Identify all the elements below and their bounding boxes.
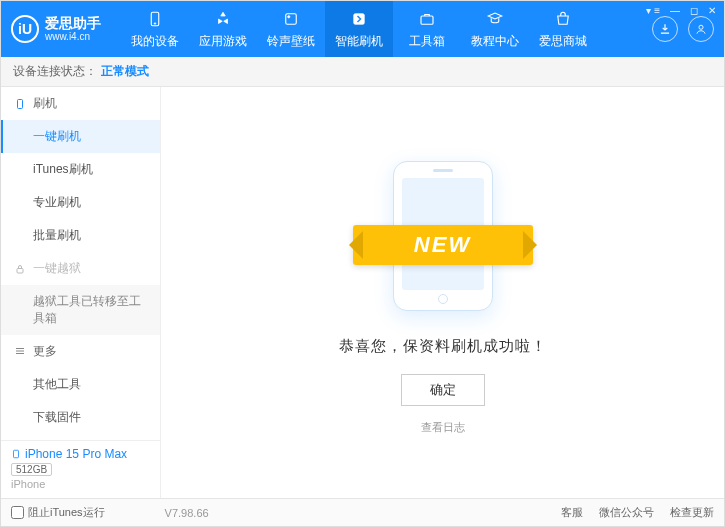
version-label: V7.98.66 — [165, 507, 209, 519]
sidebar-item-onekey-flash[interactable]: 一键刷机 — [1, 120, 160, 153]
toolbox-icon — [417, 9, 437, 29]
top-nav: 我的设备 应用游戏 铃声壁纸 智能刷机 工具箱 教程中心 — [121, 1, 597, 57]
svg-rect-4 — [354, 13, 365, 24]
sidebar-item-other-tools[interactable]: 其他工具 — [1, 368, 160, 401]
window-controls: ▾ ≡ — ◻ ✕ — [646, 5, 716, 16]
maximize-icon[interactable]: ◻ — [690, 5, 698, 16]
tutorial-icon — [485, 9, 505, 29]
svg-point-3 — [288, 15, 290, 17]
footer-link-wechat[interactable]: 微信公众号 — [599, 505, 654, 520]
footer-links: 客服 微信公众号 检查更新 — [561, 505, 714, 520]
svg-point-1 — [154, 22, 156, 24]
nav-toolbox[interactable]: 工具箱 — [393, 1, 461, 57]
success-illustration: NEW — [343, 151, 543, 321]
sidebar-item-download-firmware[interactable]: 下载固件 — [1, 401, 160, 434]
svg-rect-9 — [14, 450, 19, 458]
device-block[interactable]: iPhone 15 Pro Max 512GB iPhone — [1, 440, 160, 498]
nav-ringtone-wallpaper[interactable]: 铃声壁纸 — [257, 1, 325, 57]
ringtone-icon — [281, 9, 301, 29]
phone-icon — [11, 447, 21, 461]
sidebar-group-flash[interactable]: 刷机 — [1, 87, 160, 120]
svg-point-6 — [699, 25, 703, 29]
checkbox-block-itunes[interactable]: 阻止iTunes运行 — [11, 505, 105, 520]
device-storage: 512GB — [11, 463, 52, 476]
svg-rect-2 — [286, 13, 297, 24]
nav-my-device[interactable]: 我的设备 — [121, 1, 189, 57]
view-log-link[interactable]: 查看日志 — [421, 420, 465, 435]
sidebar-group-more[interactable]: 更多 — [1, 335, 160, 368]
download-button[interactable] — [652, 16, 678, 42]
store-icon — [553, 9, 573, 29]
sidebar-item-batch-flash[interactable]: 批量刷机 — [1, 219, 160, 252]
sidebar-item-pro-flash[interactable]: 专业刷机 — [1, 186, 160, 219]
flash-group-icon — [13, 97, 27, 111]
svg-rect-7 — [18, 99, 23, 108]
menu-icon[interactable]: ▾ ≡ — [646, 5, 660, 16]
nav-apps-games[interactable]: 应用游戏 — [189, 1, 257, 57]
user-button[interactable] — [688, 16, 714, 42]
status-mode: 正常模式 — [101, 63, 149, 80]
checkbox-block-itunes-input[interactable] — [11, 506, 24, 519]
sidebar-jailbreak-note: 越狱工具已转移至工具箱 — [1, 285, 160, 335]
header: ▾ ≡ — ◻ ✕ iU 爱思助手 www.i4.cn 我的设备 应用游戏 铃声 — [1, 1, 724, 57]
app-url: www.i4.cn — [45, 31, 101, 43]
apps-icon — [213, 9, 233, 29]
status-bar: 设备连接状态： 正常模式 — [1, 57, 724, 87]
main-content: NEW 恭喜您，保资料刷机成功啦！ 确定 查看日志 — [161, 87, 724, 498]
minimize-icon[interactable]: — — [670, 5, 680, 16]
nav-tutorials[interactable]: 教程中心 — [461, 1, 529, 57]
footer: 阻止iTunes运行 V7.98.66 客服 微信公众号 检查更新 — [1, 498, 724, 526]
new-ribbon: NEW — [353, 225, 533, 265]
nav-smart-flash[interactable]: 智能刷机 — [325, 1, 393, 57]
device-type: iPhone — [11, 478, 150, 490]
device-icon — [145, 9, 165, 29]
svg-rect-5 — [421, 16, 433, 24]
footer-link-support[interactable]: 客服 — [561, 505, 583, 520]
device-name: iPhone 15 Pro Max — [11, 447, 150, 461]
more-icon — [13, 344, 27, 358]
logo-icon: iU — [11, 15, 39, 43]
app-title: 爱思助手 — [45, 15, 101, 32]
svg-rect-8 — [17, 268, 23, 273]
flash-icon — [349, 9, 369, 29]
close-icon[interactable]: ✕ — [708, 5, 716, 16]
success-message: 恭喜您，保资料刷机成功啦！ — [339, 337, 547, 356]
sidebar-item-itunes-flash[interactable]: iTunes刷机 — [1, 153, 160, 186]
ok-button[interactable]: 确定 — [401, 374, 485, 406]
footer-link-update[interactable]: 检查更新 — [670, 505, 714, 520]
nav-store[interactable]: 爱思商城 — [529, 1, 597, 57]
logo: iU 爱思助手 www.i4.cn — [11, 15, 101, 44]
sidebar-group-jailbreak: 一键越狱 — [1, 252, 160, 285]
status-prefix: 设备连接状态： — [13, 63, 97, 80]
sidebar: 刷机 一键刷机 iTunes刷机 专业刷机 批量刷机 一键越狱 越狱工具已转移至… — [1, 87, 161, 498]
lock-icon — [13, 262, 27, 276]
